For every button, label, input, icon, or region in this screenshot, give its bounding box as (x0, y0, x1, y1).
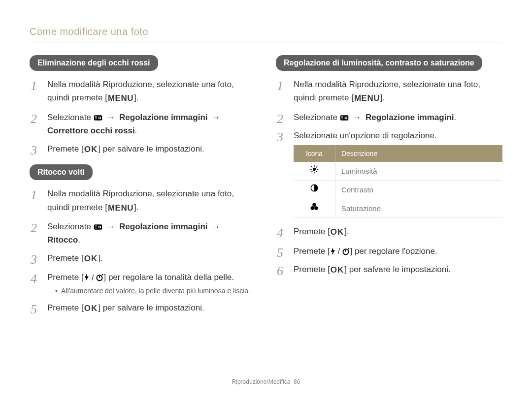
press-prefix: Premete [ (47, 273, 84, 282)
select-prefix: Selezionate (47, 113, 94, 122)
menu-path: Regolazione immagini (366, 113, 454, 122)
section-heading-adjust: Regolazione di luminosità, contrasto o s… (276, 55, 482, 71)
arrow: → (351, 113, 363, 122)
redeye-steps: Nella modalità Riproduzione, selezionate… (30, 78, 256, 156)
brightness-icon (294, 162, 335, 181)
arrow: → (210, 222, 222, 231)
ok-key: OK (84, 301, 99, 315)
press-suffix: ]. (344, 227, 349, 236)
svg-rect-20 (341, 117, 343, 118)
press-suffix: ] per salvare le impostazioni. (98, 303, 204, 312)
press-prefix: Premete [ (47, 253, 84, 263)
menu-path: Regolazione immagini (119, 113, 207, 122)
divider (30, 42, 502, 42)
svg-point-36 (311, 207, 315, 211)
menu-path: Regolazione immagini (119, 222, 207, 231)
step-text-b: ]. (380, 93, 385, 102)
flash-timer-icons: / (330, 245, 350, 258)
step: Nella modalità Riproduzione, selezionate… (276, 78, 502, 105)
svg-point-37 (314, 207, 318, 211)
svg-rect-21 (341, 119, 343, 119)
svg-rect-2 (95, 117, 97, 118)
svg-line-41 (348, 248, 349, 249)
step: Premete [ / ] per regolare l'opzione. (276, 245, 502, 258)
menu-key: MENU (107, 201, 134, 215)
table-row: Contrasto (294, 181, 502, 199)
press-suffix: ]. (98, 253, 102, 263)
press-suffix: ] per regolare l'opzione. (350, 247, 437, 256)
table-header-desc: Descrizione (335, 145, 503, 162)
svg-point-35 (312, 203, 316, 207)
arrow: → (210, 113, 222, 122)
table-cell-label: Saturazione (335, 199, 503, 218)
menu-path-tail: Correttore occhi rossi (47, 126, 135, 135)
table-cell-label: Luminosità (335, 162, 503, 181)
step-text: Nella modalità Riproduzione, selezionate… (47, 189, 234, 212)
right-column: Regolazione di luminosità, contrasto o s… (276, 52, 502, 320)
svg-rect-19 (341, 116, 343, 117)
step: Premete [OK] per salvare le impostazioni… (276, 263, 502, 277)
step: Premete [OK] per salvare le impostazioni… (30, 142, 256, 156)
flash-icon (330, 247, 336, 255)
press-suffix: ] per salvare le impostazioni. (344, 265, 450, 274)
svg-rect-1 (95, 116, 97, 117)
step: Selezionate un'opzione di regolazione. I… (276, 129, 502, 218)
step: Selezionate → Regolazione immagini. (276, 111, 502, 124)
press-prefix: Premete [ (47, 144, 84, 154)
select-prefix: Selezionate (294, 113, 340, 122)
svg-rect-24 (345, 117, 347, 118)
page-footer: Riproduzione/Modifica 86 (0, 378, 532, 386)
step-text-b: ]. (134, 93, 138, 102)
select-prefix: Selezionate (47, 222, 94, 231)
svg-marker-14 (85, 274, 89, 281)
svg-line-32 (311, 171, 312, 172)
manual-page: Come modificare una foto Eliminazione de… (0, 0, 532, 401)
edit-menu-icon (94, 221, 102, 229)
step: Premete [OK] per salvare le impostazioni… (30, 301, 256, 315)
svg-rect-10 (95, 228, 97, 228)
press-prefix: Premete [ (294, 227, 330, 236)
arrow: → (104, 113, 117, 122)
saturation-icon (294, 199, 335, 218)
edit-menu-icon (340, 112, 349, 120)
press-prefix: Premete [ (294, 247, 330, 256)
adjust-steps: Nella modalità Riproduzione, selezionate… (276, 78, 502, 277)
svg-rect-9 (95, 226, 97, 227)
step: Premete [OK]. (30, 251, 256, 266)
ok-key: OK (330, 225, 345, 239)
step-text: Nella modalità Riproduzione, selezionate… (294, 80, 480, 102)
section-heading-retouch: Ritocco volti (30, 164, 93, 180)
flash-icon (84, 274, 90, 281)
svg-rect-6 (99, 117, 100, 118)
ok-key: OK (84, 142, 99, 156)
step: Premete [ / ] per regolare la tonalità d… (30, 271, 256, 296)
two-column-layout: Eliminazione degli occhi rossi Nella mod… (30, 52, 502, 320)
step-text-b: ]. (134, 203, 138, 212)
svg-line-33 (316, 166, 317, 167)
ok-key: OK (330, 263, 345, 277)
page-title: Come modificare una foto (30, 25, 502, 39)
step-note-list: All'aumentare del valore, la pelle diven… (47, 285, 256, 296)
table-cell-label: Contrasto (335, 181, 503, 199)
step: Premete [OK]. (276, 225, 502, 239)
section-heading-redeye: Eliminazione degli occhi rossi (30, 55, 158, 71)
left-column: Eliminazione degli occhi rossi Nella mod… (30, 52, 256, 320)
svg-marker-38 (331, 247, 335, 255)
press-suffix: ] per salvare le impostazioni. (98, 144, 204, 154)
timer-icon (342, 247, 350, 255)
step: Selezionate → Regolazione immagini → Cor… (30, 111, 256, 137)
svg-rect-13 (99, 227, 100, 227)
menu-path-tail: Ritocco (47, 235, 78, 245)
footer-page-number: 86 (294, 378, 300, 385)
step-text: Selezionate un'opzione di regolazione. (294, 131, 437, 140)
flash-timer-icons: / (84, 271, 104, 284)
menu-key: MENU (107, 91, 134, 105)
svg-point-25 (313, 168, 316, 171)
timer-icon (96, 274, 103, 281)
step: Selezionate → Regolazione immagini → Rit… (30, 220, 256, 247)
menu-key: MENU (354, 91, 380, 105)
contrast-icon (294, 181, 335, 199)
press-prefix: Premete [ (294, 265, 330, 274)
step-note: All'aumentare del valore, la pelle diven… (55, 285, 256, 296)
step: Nella modalità Riproduzione, selezionate… (30, 187, 256, 215)
